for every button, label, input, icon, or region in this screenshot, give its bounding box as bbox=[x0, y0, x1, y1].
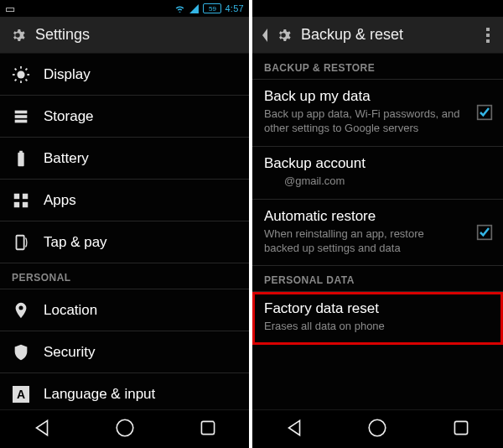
nav-back-button[interactable] bbox=[14, 410, 70, 449]
status-bar bbox=[252, 0, 503, 17]
item-label: Storage bbox=[44, 108, 94, 125]
item-subtitle: Back up app data, Wi-Fi passwords, and o… bbox=[264, 107, 491, 136]
nav-home-button[interactable] bbox=[97, 410, 153, 449]
clock-text: 4:57 bbox=[225, 3, 244, 13]
section-backup-restore: BACKUP & RESTORE bbox=[252, 54, 503, 80]
gear-icon bbox=[8, 26, 27, 44]
svg-rect-12 bbox=[14, 193, 19, 198]
nav-bar bbox=[252, 409, 503, 448]
item-battery[interactable]: Battery bbox=[0, 138, 249, 180]
section-personal-data: PERSONAL DATA bbox=[252, 266, 503, 292]
item-location[interactable]: Location bbox=[0, 289, 249, 331]
backup-list[interactable]: BACKUP & RESTORE Back up my data Back up… bbox=[252, 54, 503, 409]
battery-icon: 59 bbox=[203, 3, 221, 13]
item-label: Security bbox=[44, 344, 95, 361]
back-chevron-icon[interactable] bbox=[261, 28, 266, 43]
item-language[interactable]: A Language & input bbox=[0, 373, 249, 409]
svg-point-17 bbox=[117, 419, 133, 436]
item-label: Language & input bbox=[44, 386, 155, 403]
item-label: Battery bbox=[44, 150, 89, 167]
backup-reset-screen: Backup & reset BACKUP & RESTORE Back up … bbox=[252, 0, 503, 448]
item-title: Backup account bbox=[264, 155, 491, 172]
brightness-icon bbox=[12, 65, 30, 84]
signal-icon bbox=[189, 3, 200, 14]
svg-rect-18 bbox=[201, 421, 214, 434]
item-title: Automatic restore bbox=[264, 208, 491, 225]
checkbox-checked[interactable] bbox=[476, 224, 493, 241]
item-apps[interactable]: Apps bbox=[0, 180, 249, 221]
svg-rect-16 bbox=[17, 235, 24, 249]
svg-rect-9 bbox=[15, 110, 28, 113]
item-label: Display bbox=[44, 66, 91, 83]
nav-home-button[interactable] bbox=[350, 410, 405, 449]
item-back-up-data[interactable]: Back up my data Back up app data, Wi-Fi … bbox=[252, 80, 503, 147]
item-label: Tap & pay bbox=[44, 234, 107, 251]
security-icon bbox=[12, 343, 30, 362]
checkbox-checked[interactable] bbox=[476, 104, 493, 121]
svg-point-0 bbox=[17, 70, 24, 78]
svg-rect-14 bbox=[14, 201, 19, 206]
svg-line-5 bbox=[15, 68, 17, 70]
header-title: Settings bbox=[35, 26, 90, 44]
item-security[interactable]: Security bbox=[0, 331, 249, 373]
nav-recent-button[interactable] bbox=[180, 410, 236, 449]
backup-header: Backup & reset bbox=[252, 17, 503, 54]
svg-rect-13 bbox=[23, 193, 28, 198]
svg-line-7 bbox=[15, 79, 17, 81]
nfc-icon bbox=[12, 233, 30, 252]
battery-icon bbox=[12, 149, 30, 168]
settings-header: Settings bbox=[0, 17, 249, 54]
wifi-icon bbox=[174, 3, 185, 14]
status-bar: ▭ 59 4:57 bbox=[0, 0, 249, 17]
settings-list[interactable]: Display Storage Battery Apps Tap & pay P… bbox=[0, 54, 249, 409]
svg-point-21 bbox=[370, 419, 386, 436]
item-display[interactable]: Display bbox=[0, 54, 249, 96]
nav-recent-button[interactable] bbox=[433, 410, 489, 449]
svg-rect-10 bbox=[15, 115, 28, 118]
svg-rect-22 bbox=[455, 421, 468, 434]
nav-bar bbox=[0, 409, 249, 448]
item-storage[interactable]: Storage bbox=[0, 96, 249, 138]
item-subtitle: @gmail.com bbox=[264, 175, 491, 189]
item-label: Location bbox=[44, 302, 97, 319]
svg-line-6 bbox=[26, 79, 28, 81]
language-icon: A bbox=[12, 385, 30, 404]
item-title: Back up my data bbox=[264, 88, 491, 105]
svg-rect-11 bbox=[15, 119, 28, 122]
item-factory-reset[interactable]: Factory data reset Erases all data on ph… bbox=[252, 292, 503, 345]
overflow-menu-button[interactable] bbox=[481, 23, 495, 48]
item-tap-pay[interactable]: Tap & pay bbox=[0, 221, 249, 263]
notification-icon: ▭ bbox=[5, 3, 15, 15]
apps-icon bbox=[12, 191, 30, 210]
item-automatic-restore[interactable]: Automatic restore When reinstalling an a… bbox=[252, 200, 503, 267]
svg-rect-15 bbox=[23, 201, 28, 206]
location-icon bbox=[12, 301, 30, 320]
storage-icon bbox=[12, 107, 30, 126]
item-subtitle: Erases all data on phone bbox=[264, 320, 491, 334]
item-subtitle: When reinstalling an app, restore backed… bbox=[264, 227, 491, 256]
svg-line-8 bbox=[26, 68, 28, 70]
item-title: Factory data reset bbox=[264, 300, 491, 317]
nav-back-button[interactable] bbox=[267, 410, 322, 449]
section-personal: PERSONAL bbox=[0, 263, 249, 289]
gear-icon bbox=[274, 26, 293, 44]
item-label: Apps bbox=[44, 192, 76, 209]
header-title: Backup & reset bbox=[301, 26, 403, 44]
settings-screen: ▭ 59 4:57 Settings Display Storage Batte… bbox=[0, 0, 249, 448]
item-backup-account[interactable]: Backup account @gmail.com bbox=[252, 147, 503, 200]
